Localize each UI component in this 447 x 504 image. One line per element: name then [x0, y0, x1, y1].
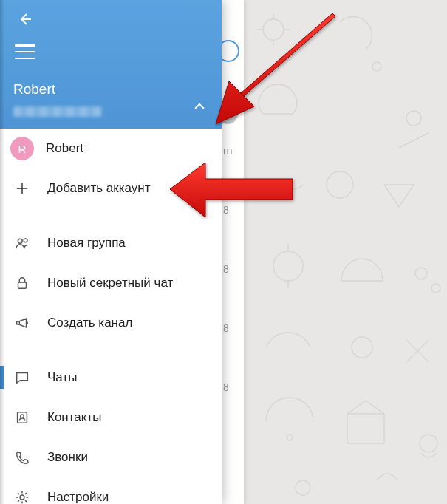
menu-new-channel[interactable]: Создать канал: [0, 303, 222, 343]
plus-icon: [13, 180, 31, 197]
separator: [0, 208, 222, 223]
menu-settings[interactable]: Настройки: [0, 477, 222, 504]
megaphone-icon: [13, 314, 31, 332]
back-icon[interactable]: [16, 10, 34, 28]
drawer-header: Robert: [0, 0, 222, 129]
chat-list-peek: нт 8 8 8 8: [222, 0, 244, 504]
svg-point-6: [431, 284, 440, 293]
separator: [0, 343, 222, 358]
menu-new-secret-chat[interactable]: Новый секретный чат: [0, 263, 222, 303]
active-indicator: [0, 366, 4, 389]
phone-icon: [13, 449, 31, 466]
menu-new-group[interactable]: Новая группа: [0, 223, 222, 263]
contacts-icon: [13, 409, 31, 426]
svg-point-11: [18, 239, 22, 243]
gear-icon: [13, 488, 31, 504]
menu-label: Чаты: [47, 370, 77, 385]
menu-contacts[interactable]: Контакты: [0, 398, 222, 437]
add-account-button[interactable]: Добавить аккаунт: [0, 168, 222, 208]
avatar: R: [10, 137, 34, 160]
chat-time: 8: [223, 322, 229, 334]
menu-label: Новая группа: [47, 236, 126, 251]
svg-point-12: [24, 239, 27, 242]
menu-label: Новый секретный чат: [47, 276, 173, 290]
svg-point-7: [352, 337, 372, 358]
svg-point-0: [263, 19, 284, 40]
menu-chats[interactable]: Чаты: [0, 358, 222, 398]
svg-point-15: [21, 415, 24, 418]
menu-label: Звонки: [47, 450, 88, 465]
account-phone-blurred: [13, 106, 102, 117]
menu-label: Добавить аккаунт: [47, 181, 151, 196]
chevron-up-icon[interactable]: [192, 99, 207, 114]
svg-point-3: [327, 171, 353, 198]
chat-icon: [13, 369, 31, 386]
svg-point-16: [20, 495, 24, 500]
svg-point-4: [273, 251, 303, 281]
svg-point-8: [287, 435, 293, 440]
chat-preview-text: нт: [223, 145, 233, 157]
chat-background: [229, 0, 447, 504]
svg-rect-13: [18, 282, 27, 288]
lock-icon: [13, 274, 31, 292]
chat-time: 8: [223, 204, 229, 216]
hamburger-icon[interactable]: [15, 44, 35, 59]
group-icon: [13, 234, 31, 252]
main-drawer: Robert R Robert Добавить аккаунт: [0, 0, 222, 504]
svg-point-5: [415, 268, 427, 279]
account-name: Robert: [13, 81, 55, 98]
menu-label: Настройки: [47, 490, 109, 504]
menu-label: Создать канал: [47, 316, 132, 330]
svg-point-9: [420, 435, 437, 452]
menu-calls[interactable]: Звонки: [0, 437, 222, 477]
chat-time: 8: [223, 381, 229, 393]
avatar-letter: R: [18, 143, 27, 155]
account-item-current[interactable]: R Robert: [0, 129, 222, 168]
chat-time: 8: [223, 263, 229, 275]
svg-point-1: [372, 62, 381, 71]
menu-label: Контакты: [47, 410, 101, 425]
svg-point-2: [406, 111, 421, 126]
account-label: Robert: [46, 141, 83, 156]
app-root: нт 8 8 8 8 Robert R Robert: [0, 0, 447, 504]
drawer-menu: R Robert Добавить аккаунт Новая группа: [0, 129, 222, 504]
svg-point-10: [296, 480, 310, 495]
